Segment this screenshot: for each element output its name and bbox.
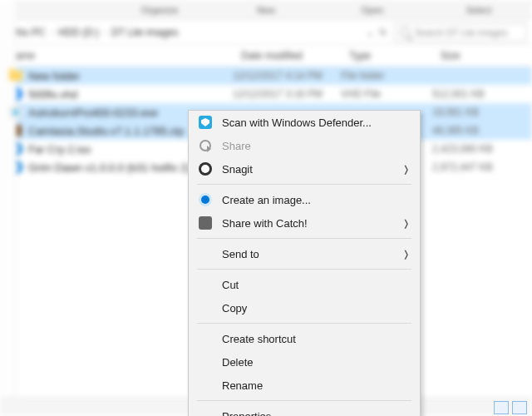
file-type: File folder [341,70,432,82]
file-row[interactable]: New folder12/12/2017 4:14 PMFile folder [0,67,532,85]
column-header-type[interactable]: Type [341,50,432,62]
context-menu: Scan with Windows Defender...ShareSnagit… [188,110,421,416]
file-size: 48,385 KB [432,125,532,136]
context-menu-icon [197,191,214,208]
context-menu-separator [197,269,411,270]
breadcrumb[interactable]: This PC › HDD (D:) › DT Lite images [5,27,359,38]
context-menu-separator [197,400,411,401]
context-menu-icon [197,114,214,131]
context-menu-icon [197,300,214,316]
chevron-right-icon: ❭ [402,249,410,260]
breadcrumb-segment[interactable]: DT Lite images [106,27,183,38]
file-size: 2,972,447 KB [432,161,532,173]
file-date: 12/12/2017 4:14 PM [233,70,341,82]
context-menu-item[interactable]: Create shortcut [189,327,420,350]
view-details-button[interactable] [494,401,509,414]
context-menu-item[interactable]: Create an image... [189,188,420,211]
refresh-icon[interactable]: ↻ [379,27,387,38]
context-menu-label: Scan with Windows Defender... [222,116,410,129]
file-size: 512,001 KB [432,88,532,100]
context-menu-separator [197,238,411,239]
context-menu-item[interactable]: Rename [189,374,420,397]
file-row[interactable]: 500fix.vhd12/12/2017 3:16 PMVHD File512,… [0,85,532,103]
context-menu-label: Send to [222,248,402,260]
context-menu-icon [197,245,214,262]
context-menu-icon [197,137,214,154]
column-headers[interactable]: Name Date modified Type Size [0,45,532,67]
context-menu-item[interactable]: Snagit❭ [189,157,420,181]
file-name: New folder [28,70,233,82]
ribbon-tab[interactable]: New [213,0,319,19]
context-menu-icon [197,354,214,370]
context-menu-item[interactable]: Delete [189,350,420,374]
context-menu-label: Create an image... [222,194,410,206]
dropdown-icon[interactable]: ⌄ [366,27,374,38]
breadcrumb-segment[interactable]: HDD (D:) [53,27,104,38]
context-menu-label: Rename [222,379,410,392]
nav-pane-edge [0,0,17,416]
context-menu-icon [197,330,214,347]
file-name: 500fix.vhd [28,88,233,101]
context-menu-item[interactable]: Copy [189,296,420,319]
context-menu-item[interactable]: Cut [189,273,420,296]
column-header-size[interactable]: Size [432,50,532,62]
context-menu-item: Share [189,134,420,157]
context-menu-label: Cut [222,279,410,291]
context-menu-separator [197,184,411,185]
context-menu-separator [197,323,411,324]
column-header-date[interactable]: Date modified [233,50,341,62]
context-menu-label: Copy [222,302,410,314]
ribbon-tab[interactable]: Open [319,0,426,19]
context-menu-item[interactable]: Send to❭ [189,242,420,265]
file-type: VHD File [341,88,432,100]
context-menu-label: Snagit [222,163,402,176]
context-menu-label: Share [222,140,410,152]
context-menu-label: Properties [222,410,410,417]
context-menu-item[interactable]: Properties [189,404,420,416]
view-icons-button[interactable] [512,401,527,414]
ribbon-tab[interactable]: Organize [106,0,213,19]
chevron-right-icon: ❭ [402,164,410,175]
context-menu-label: Delete [222,356,410,369]
file-icon [8,105,23,120]
address-bar: This PC › HDD (D:) › DT Lite images ⌄ ↻ … [0,20,532,45]
context-menu-icon [197,276,214,293]
chevron-right-icon: ❭ [402,218,410,229]
context-menu-icon [197,215,214,231]
search-input[interactable]: Search DT Lite images [394,23,527,42]
context-menu-icon [197,377,214,394]
file-date: 12/12/2017 3:16 PM [233,88,341,100]
file-size: 2,423,080 KB [432,143,532,155]
context-menu-icon [197,161,214,177]
search-icon [400,27,410,37]
context-menu-label: Create shortcut [222,333,410,345]
column-header-name[interactable]: Name [0,50,233,62]
file-size: 19,561 KB [432,106,532,118]
context-menu-label: Share with Catch! [222,217,402,230]
ribbon: Organize New Open Select [0,0,532,20]
search-placeholder: Search DT Lite images [415,27,508,37]
context-menu-item[interactable]: Share with Catch!❭ [189,211,420,235]
ribbon-tab[interactable]: Select [426,0,532,19]
context-menu-item[interactable]: Scan with Windows Defender... [189,111,420,134]
context-menu-icon [197,408,214,416]
